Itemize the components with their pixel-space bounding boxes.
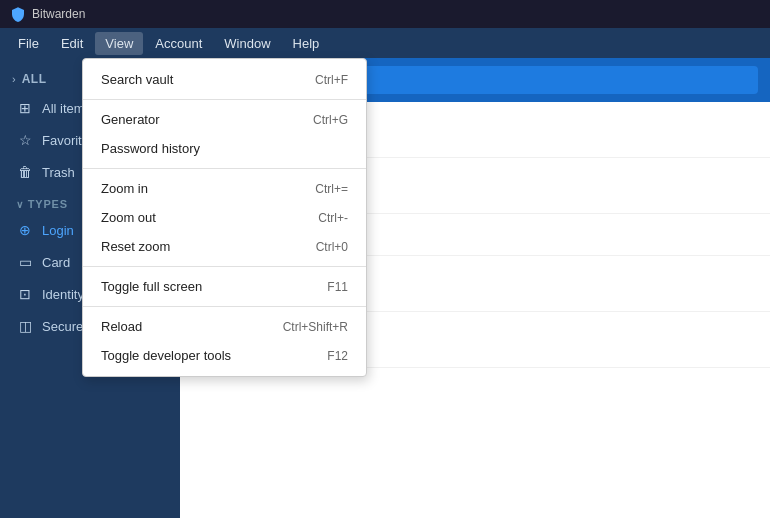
app-title: Bitwarden: [32, 7, 85, 21]
dropdown-password-history[interactable]: Password history: [83, 134, 366, 163]
separator-4: [83, 306, 366, 307]
dropdown-zoom-out[interactable]: Zoom out Ctrl+-: [83, 203, 366, 232]
dropdown-reset-zoom[interactable]: Reset zoom Ctrl+0: [83, 232, 366, 261]
dropdown-toggle-fullscreen[interactable]: Toggle full screen F11: [83, 272, 366, 301]
menu-help[interactable]: Help: [283, 32, 330, 55]
menu-file[interactable]: File: [8, 32, 49, 55]
menu-window[interactable]: Window: [214, 32, 280, 55]
card-icon: ▭: [16, 254, 34, 270]
title-bar: Bitwarden: [0, 0, 770, 28]
chevron-down-icon: ∨: [16, 199, 24, 210]
separator-3: [83, 266, 366, 267]
dropdown-zoom-in[interactable]: Zoom in Ctrl+=: [83, 174, 366, 203]
sidebar-all-label: ALL: [22, 72, 47, 86]
menu-bar: File Edit View Account Window Help Searc…: [0, 28, 770, 58]
login-icon: ⊕: [16, 222, 34, 238]
dropdown-search-vault[interactable]: Search vault Ctrl+F: [83, 65, 366, 94]
trash-icon: 🗑: [16, 164, 34, 180]
menu-view[interactable]: View: [95, 32, 143, 55]
separator-1: [83, 99, 366, 100]
chevron-right-icon: ›: [12, 73, 16, 85]
view-dropdown-menu: Search vault Ctrl+F Generator Ctrl+G Pas…: [82, 58, 367, 377]
dropdown-toggle-dev-tools[interactable]: Toggle developer tools F12: [83, 341, 366, 370]
dropdown-generator[interactable]: Generator Ctrl+G: [83, 105, 366, 134]
note-icon: ◫: [16, 318, 34, 334]
menu-edit[interactable]: Edit: [51, 32, 93, 55]
dropdown-reload[interactable]: Reload Ctrl+Shift+R: [83, 312, 366, 341]
bitwarden-logo-icon: [10, 6, 26, 22]
star-icon: ☆: [16, 132, 34, 148]
grid-icon: ⊞: [16, 100, 34, 116]
menu-account[interactable]: Account: [145, 32, 212, 55]
separator-2: [83, 168, 366, 169]
identity-icon: ⊡: [16, 286, 34, 302]
